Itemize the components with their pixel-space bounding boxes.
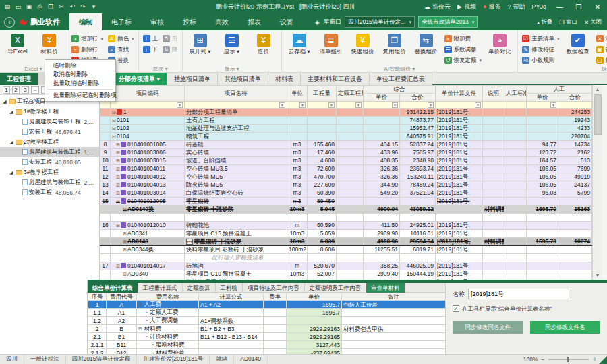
col-doc[interactable]: 单价计算文件 — [436, 86, 483, 102]
col-composite-group[interactable]: 综合 — [364, 86, 436, 94]
detail-tab-综合单价计算表[interactable]: 综合单价计算表 — [88, 283, 138, 293]
filter-icon[interactable]: ▾ — [428, 102, 434, 108]
show-name-checkbox[interactable]: ✓ — [453, 305, 459, 312]
titlebar-item-造价云[interactable]: ☁造价云 — [424, 3, 451, 11]
ribbon-button-降[interactable]: ↳降 — [161, 44, 179, 55]
grid-row[interactable]: ⊟0101土石方工程74873.77[2019]181号,19243 — [100, 117, 592, 125]
titlebar-item-PYJq[interactable]: PYJq — [531, 3, 546, 10]
maximize-button[interactable]: ❐ — [569, 0, 588, 13]
col-coef[interactable]: 人工标准系数 — [504, 86, 527, 102]
fee-row[interactable]: 2.1.1B11├ 定额材料费3127.443 — [88, 341, 446, 349]
fee-col-费用代号[interactable]: 费用代号 — [107, 293, 137, 301]
filter-icon[interactable]: ▾ — [355, 102, 362, 108]
filter-icon[interactable]: ▾ — [475, 102, 481, 108]
pane-control-窗口[interactable]: ❐窗口 — [559, 18, 577, 26]
ribbon-button-修改特征[interactable]: ✎修改特征 — [521, 44, 561, 55]
grid-row[interactable]: 13⊞010401004013防火砖墙 MU5m3227.600344.9078… — [100, 181, 592, 189]
ribbon-button-清除[interactable]: ⨯清除▾ — [595, 34, 607, 44]
filter-icon[interactable]: ▾ — [299, 102, 306, 108]
close-button[interactable]: ✕ — [588, 0, 607, 13]
filter-icon[interactable]: ▾ — [550, 102, 556, 108]
ribbon-button-删除行[interactable]: −删除行 — [70, 44, 105, 55]
fee-col-费率[interactable]: 费率 — [264, 293, 287, 301]
tree-item[interactable]: 安装工程48,676.41 — [0, 127, 99, 137]
scroll-down-icon[interactable]: ▼ — [593, 271, 602, 280]
fee-row[interactable]: 1A⊟ 人工费A1 + A21695.7包括人工价差 — [88, 301, 446, 309]
menu-item-批量删除标记临时删除项[interactable]: 批量删除标记临时删除项 — [45, 91, 115, 100]
grid-row[interactable]: ⊟0104砌筑工程640575.91[2019]181号,220704 — [100, 133, 592, 141]
menu-item-临时删除[interactable]: 临时删除 — [45, 61, 115, 70]
detail-tab-工料机[interactable]: 工料机 — [216, 283, 243, 293]
zoom-slider[interactable] — [548, 359, 589, 360]
ribbon-tab-投标[interactable]: 投标 — [173, 13, 206, 30]
tree-level-button-3[interactable]: 3 — [22, 86, 29, 94]
col-labor-total[interactable]: 合价 — [558, 94, 592, 102]
ribbon-button-造价[interactable]: ¥造价 — [249, 32, 279, 65]
doc-tab-单位工程费汇总表[interactable]: 单位工程费汇总表 — [370, 73, 432, 85]
new-icon[interactable]: ▤ — [3, 2, 12, 11]
doc-tab-材料表[interactable]: 材料表 — [268, 73, 301, 85]
minimize-button[interactable]: — — [550, 0, 569, 13]
grid-row[interactable]: 10⊞010401003015坡道、台阶挡墙m34.600488.352348.… — [100, 157, 592, 165]
ribbon-button-锁定[interactable]: ▣锁定 — [595, 44, 607, 55]
col-deqty[interactable]: 定额工程量 — [337, 86, 364, 102]
ribbon-button-快速组价[interactable]: ¥快速组价 — [348, 32, 378, 65]
grid-row[interactable]: ⊞AD0340零星项目 C10 预拌混凝土10m352.0072909.4015… — [100, 270, 592, 278]
ribbon-tab-报表[interactable]: 报表 — [238, 13, 270, 30]
grid-vertical-scrollbar[interactable]: ▲ ▼ — [592, 85, 602, 280]
ribbon-button-解锁[interactable]: ▢解锁 — [595, 55, 607, 65]
ribbon-button-单价对比[interactable]: ◕单价对比 — [485, 32, 515, 65]
tree-item[interactable]: 安装工程48,056.74 — [0, 187, 99, 198]
ribbon-button-增加行[interactable]: ＋增加行▾ — [70, 34, 105, 44]
pane-control-关闭[interactable]: ✕关闭 — [584, 18, 602, 26]
undo-icon[interactable]: ↶ — [67, 2, 77, 11]
grid-row[interactable]: 14⊞010401003014白保温烧结页岩空心砖m360.390549.203… — [100, 189, 592, 198]
ribbon-button-云存档[interactable]: ☁云存档 ▾ — [285, 32, 314, 65]
ribbon-button-导Excel[interactable]: X导Excel — [3, 32, 32, 65]
detail-tab-定额换算[interactable]: 定额换算 — [183, 283, 216, 293]
tree-item[interactable]: ◢3#教学楼工程 — [0, 167, 99, 177]
grid-row[interactable]: ⊞AD0140换零星砌砖 十混砂浆10m38.9454900.9443059.1… — [100, 206, 592, 214]
doc-tab-主要材料和工程设备[interactable]: 主要材料和工程设备 — [301, 73, 370, 85]
fee-col-备注[interactable]: 备注 — [342, 293, 446, 301]
back-icon[interactable]: ‹ — [4, 17, 15, 28]
filter-icon[interactable]: ▾ — [328, 102, 335, 108]
titlebar-item-视频[interactable]: ▶视频 — [457, 3, 476, 11]
left-tab-工程管理[interactable]: 工程管理 — [0, 73, 38, 85]
fee-col-序号[interactable]: 序号 — [88, 293, 107, 301]
zoom-out-icon[interactable]: − — [542, 356, 545, 363]
ribbon-button-显示[interactable]: ☰显示 ▾ — [217, 32, 247, 65]
tree-level-button-1[interactable]: 1 — [3, 86, 10, 94]
filter-icon[interactable]: ▾ — [177, 102, 183, 108]
quota-library-dropdown[interactable]: 四川2015清单计价定...▾ — [345, 16, 415, 28]
ribbon-tab-审核[interactable]: 审核 — [141, 13, 173, 30]
sync-same-name-files-button[interactable]: 同步修改同名文件 — [453, 321, 523, 334]
ribbon-button-下[interactable]: ↓下 — [142, 44, 160, 55]
filter-icon[interactable]: ▾ — [392, 102, 398, 108]
col-note[interactable]: 说明 — [483, 86, 504, 102]
tree-item[interactable]: 房屋建筑与装饰工程2,... — [0, 177, 99, 187]
grid-row[interactable]: 8⊞010401001005砖基础m3155.460404.1552837.24… — [100, 141, 592, 149]
grid-row[interactable]: ⊞AD0344换块料零星项目 彩釉砖 十混砂浆100m20.60611255.5… — [100, 245, 592, 253]
ribbon-button-替换组价[interactable]: ⇆替换组价 — [411, 32, 441, 65]
grid-row[interactable]: 此行输入定额或清单 — [100, 253, 592, 262]
fee-col-费用名称[interactable]: 费用名称 — [137, 293, 199, 301]
sync-file-name-button[interactable]: 同步修改文件名 — [530, 321, 601, 334]
redo-icon[interactable]: ↷ — [78, 2, 88, 11]
grid-row[interactable]: 16⊞010401012010砖砌花池m60.590411.5024925.01… — [100, 221, 592, 229]
more-options-icon[interactable]: ⋯ — [186, 239, 193, 245]
grid-row[interactable]: 15⊞010401012005零星砌砖m389.450[2019]181号, — [100, 198, 592, 206]
ribbon-button-附加费[interactable]: ＋附加费 — [443, 34, 484, 44]
ribbon-tab-电子标[interactable]: 电子标 — [102, 13, 141, 30]
tree-item[interactable]: 安装工程48,010.05 — [0, 157, 99, 167]
col-composite-price[interactable]: 单价 — [364, 94, 400, 102]
print-icon[interactable]: ⎙ — [35, 2, 45, 11]
grid-row[interactable]: ⊞AD0140⋯零星砌砖 十混砂浆10m36.0394900.9629594.9… — [100, 237, 592, 245]
fee-col-计算公式[interactable]: 计算公式 — [199, 293, 264, 301]
ribbon-button-复用组价[interactable]: ❐复用组价 — [380, 32, 409, 65]
tree-collapse-icon[interactable]: ⇔ — [31, 86, 39, 94]
grid-row[interactable]: 11⊞010401004011空心砖墙 MU3.5m372.600326.362… — [100, 165, 592, 173]
menu-item-取消临时删除[interactable]: 取消临时删除 — [45, 70, 115, 79]
pane-control-折叠[interactable]: ▴折叠 — [537, 18, 552, 26]
fee-row[interactable]: 1.2A2├ 人工费调整A1×调整系数 — [88, 317, 446, 325]
